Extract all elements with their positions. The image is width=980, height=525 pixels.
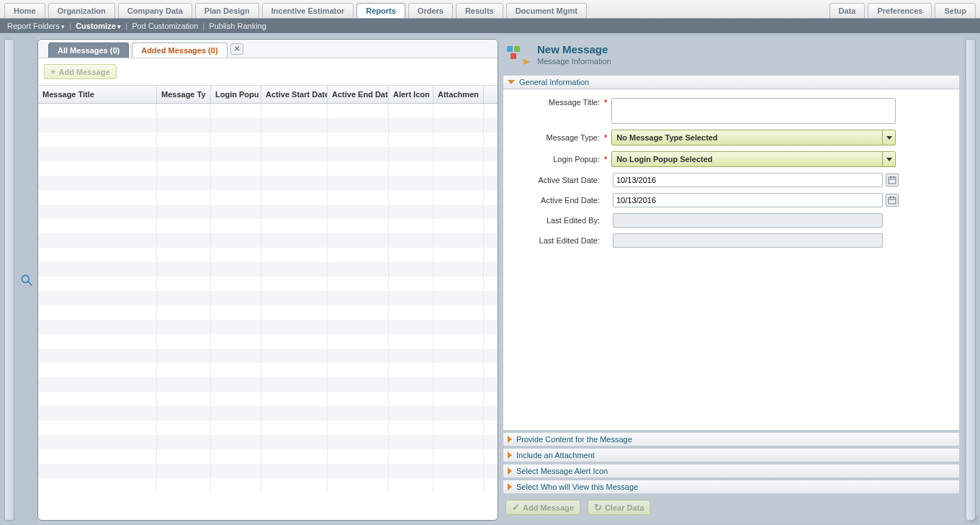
clear-data-button[interactable]: Clear Data [588, 500, 650, 515]
section-provide-content-for-the-message[interactable]: Provide Content for the Message [503, 432, 960, 447]
last-edited-by-field [613, 213, 883, 228]
table-row [38, 219, 498, 233]
top-tab-results[interactable]: Results [456, 3, 503, 18]
required-icon: * [604, 133, 611, 142]
workspace: All Messages (0) Added Messages (0) ✕ + … [0, 33, 980, 525]
subnav-pod-customization[interactable]: Pod Customization [132, 22, 198, 30]
top-tab-document-mgmt[interactable]: Document Mgmt [506, 3, 587, 18]
active-end-date-input[interactable] [613, 193, 883, 207]
svg-rect-13 [894, 197, 895, 199]
section-general-information[interactable]: General Information [503, 75, 960, 89]
top-tab-data[interactable]: Data [830, 3, 866, 18]
table-row [38, 478, 498, 493]
subnav-publish-ranking[interactable]: Publish Ranking [209, 22, 266, 30]
right-rail-handle[interactable] [966, 39, 976, 521]
login-popup-value: No Login Popup Selected [612, 155, 882, 163]
form-title: New Message [537, 43, 611, 55]
col-attachment[interactable]: Attachmen [433, 86, 484, 103]
section-select-who-will-view-this-message[interactable]: Select Who will View this Message [503, 480, 960, 494]
messages-grid-panel: All Messages (0) Added Messages (0) ✕ + … [37, 39, 498, 521]
subnav-separator: | [69, 22, 71, 30]
message-type-value: No Message Type Selected [612, 133, 882, 142]
calendar-icon [888, 196, 896, 205]
login-popup-select[interactable]: No Login Popup Selected [611, 151, 896, 167]
form-body: Message Title: * Message Type: * No Mess… [503, 89, 960, 431]
col-active-end[interactable]: Active End Dat [328, 86, 389, 103]
chevron-down-icon [882, 130, 895, 145]
last-edited-date-field [613, 233, 883, 248]
svg-rect-4 [511, 53, 516, 59]
col-message-type[interactable]: Message Ty [157, 86, 211, 103]
top-tab-bar: HomeOrganizationCompany DataPlan DesignI… [0, 0, 980, 19]
active-start-date-input[interactable] [613, 173, 883, 187]
top-tab-plan-design[interactable]: Plan Design [195, 3, 259, 18]
check-icon [512, 503, 520, 512]
top-tab-orders[interactable]: Orders [408, 3, 453, 18]
left-rail-handle[interactable] [4, 39, 14, 521]
svg-rect-6 [889, 177, 896, 184]
top-tab-home[interactable]: Home [4, 3, 45, 18]
top-tab-organization[interactable]: Organization [48, 3, 115, 18]
table-row [38, 147, 498, 161]
table-row [38, 464, 498, 478]
message-form-panel: New Message Message Information General … [503, 39, 960, 521]
col-login-popup[interactable]: Login Popu [211, 86, 261, 103]
svg-point-0 [22, 275, 29, 282]
top-tab-company-data[interactable]: Company Data [118, 3, 192, 18]
table-row [38, 349, 498, 363]
grid-toolbar: + Add Message [38, 58, 498, 86]
col-alert-icon[interactable]: Alert Icon [389, 86, 433, 103]
grid-body[interactable] [38, 104, 498, 520]
label-message-type: Message Type: [511, 133, 604, 142]
subnav-customize[interactable]: Customize [76, 22, 121, 30]
table-row [38, 363, 498, 377]
table-row [38, 118, 498, 133]
clear-data-label: Clear Data [605, 503, 644, 512]
col-active-start[interactable]: Active Start Date [261, 86, 328, 103]
table-row [38, 161, 498, 176]
table-row [38, 104, 498, 118]
calendar-button-start[interactable] [886, 174, 899, 187]
message-type-select[interactable]: No Message Type Selected [611, 130, 896, 145]
table-row [38, 291, 498, 305]
calendar-button-end[interactable] [886, 194, 899, 207]
chevron-down-icon [508, 80, 515, 84]
table-row [38, 190, 498, 205]
tab-close-button[interactable]: ✕ [230, 43, 243, 55]
new-message-icon [505, 43, 530, 68]
section-label: Provide Content for the Message [516, 435, 632, 444]
svg-rect-2 [507, 46, 513, 52]
add-message-label: Add Message [59, 68, 110, 76]
side-search[interactable] [16, 36, 37, 524]
form-action-bar: Add Message Clear Data [503, 494, 960, 521]
top-tab-incentive-estimator[interactable]: Incentive Estimator [262, 3, 354, 18]
subnav-separator: | [125, 22, 127, 30]
subnav-report-folders[interactable]: Report Folders [7, 22, 65, 30]
grid-tabs: All Messages (0) Added Messages (0) ✕ [38, 40, 498, 58]
tab-all-messages[interactable]: All Messages (0) [48, 42, 129, 58]
col-message-title[interactable]: Message Title [38, 86, 157, 103]
add-message-button[interactable]: Add Message [505, 500, 580, 515]
add-message-button-grid[interactable]: + Add Message [44, 64, 117, 79]
svg-rect-8 [890, 176, 891, 179]
message-title-input[interactable] [611, 98, 896, 124]
top-tab-setup[interactable]: Setup [935, 3, 976, 18]
table-row [38, 205, 498, 219]
top-tab-reports[interactable]: Reports [356, 3, 405, 18]
section-include-an-attachment[interactable]: Include an Attachment [503, 448, 960, 462]
svg-line-1 [29, 282, 32, 285]
tab-added-messages[interactable]: Added Messages (0) [132, 42, 227, 58]
svg-rect-10 [889, 197, 896, 204]
main-area: All Messages (0) Added Messages (0) ✕ + … [37, 36, 963, 524]
table-row [38, 449, 498, 464]
top-tab-preferences[interactable]: Preferences [868, 3, 932, 18]
table-row [38, 305, 498, 320]
section-label: General Information [519, 78, 589, 86]
table-row [38, 435, 498, 449]
section-label: Select Who will View this Message [516, 483, 638, 491]
resize-grip[interactable] [970, 515, 979, 524]
label-active-end: Active End Date: [511, 196, 604, 205]
chevron-right-icon [508, 436, 512, 443]
search-icon [19, 273, 34, 287]
section-select-message-alert-icon[interactable]: Select Message Alert Icon [503, 464, 960, 478]
